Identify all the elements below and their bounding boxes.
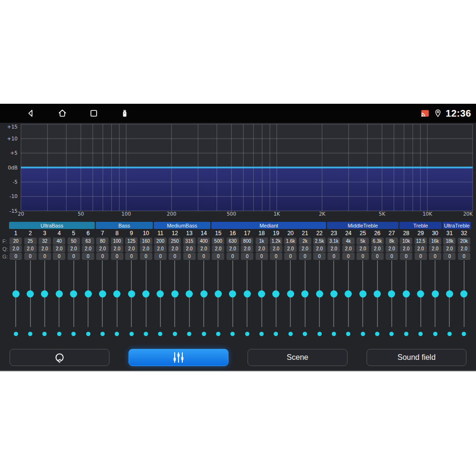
band-indicator-dot bbox=[433, 332, 437, 336]
svg-text:10K: 10K bbox=[423, 211, 433, 216]
band-slider-knob[interactable] bbox=[171, 290, 178, 298]
sound-field-button[interactable]: Sound field bbox=[367, 349, 466, 366]
band-number: 8 bbox=[110, 230, 124, 237]
band-slider-knob[interactable] bbox=[85, 290, 92, 298]
band-slider-knob[interactable] bbox=[432, 290, 439, 298]
band-number: 1 bbox=[9, 230, 23, 237]
band-slider-knob[interactable] bbox=[403, 290, 410, 298]
band-q-value: 2.0 bbox=[154, 245, 167, 252]
band-slider-knob[interactable] bbox=[128, 290, 135, 298]
band-slider bbox=[182, 260, 197, 338]
band-slider-knob[interactable] bbox=[244, 290, 251, 298]
band-f-value: 500 bbox=[212, 238, 224, 245]
back-button[interactable] bbox=[26, 108, 36, 119]
band-slider bbox=[23, 260, 37, 338]
band-slider bbox=[341, 260, 356, 338]
band-g-value: 0 bbox=[357, 253, 369, 260]
scene-button[interactable]: Scene bbox=[248, 349, 347, 366]
band-slider bbox=[95, 260, 109, 338]
band-f-value: 12.5 bbox=[415, 238, 427, 245]
band-slider-knob[interactable] bbox=[142, 290, 149, 298]
band-g-value: 0 bbox=[125, 253, 138, 260]
band-g-value: 0 bbox=[458, 253, 470, 260]
band-slider-knob[interactable] bbox=[157, 290, 164, 298]
band-indicator-dot bbox=[144, 332, 148, 336]
band-slider-knob[interactable] bbox=[330, 290, 337, 298]
band-indicator-dot bbox=[28, 332, 32, 336]
band-indicator-dot bbox=[129, 332, 134, 336]
home-button[interactable] bbox=[57, 108, 68, 119]
band-slider bbox=[428, 260, 442, 338]
band-slider-knob[interactable] bbox=[186, 290, 193, 298]
band-number: 7 bbox=[95, 230, 109, 237]
band-f-value: 125 bbox=[125, 238, 138, 245]
reset-button[interactable] bbox=[10, 349, 109, 366]
band-f-value: 200 bbox=[154, 238, 167, 245]
band-q-value: 2.0 bbox=[53, 245, 65, 252]
band-f-value: 250 bbox=[169, 238, 181, 245]
band-slider-knob[interactable] bbox=[316, 290, 323, 298]
band-slider-knob[interactable] bbox=[388, 290, 395, 298]
band-slider-knob[interactable] bbox=[229, 290, 236, 298]
recents-button[interactable] bbox=[89, 108, 99, 119]
cast-icon bbox=[420, 109, 430, 118]
band-slider-knob[interactable] bbox=[41, 290, 48, 298]
band-slider-knob[interactable] bbox=[272, 290, 279, 298]
svg-text:2K: 2K bbox=[319, 211, 326, 216]
band-slider-knob[interactable] bbox=[200, 290, 208, 298]
band-f-value: 100 bbox=[111, 238, 123, 245]
svg-text:-10: -10 bbox=[10, 193, 18, 199]
eq-response-graph: +15+10+50dB-5-10-1520501002005001K2K5K10… bbox=[0, 123, 476, 216]
band-q-value: 2.0 bbox=[68, 245, 80, 252]
band-f-value: 5k bbox=[357, 238, 369, 245]
svg-text:500: 500 bbox=[227, 211, 236, 216]
band-indicator-dot bbox=[259, 332, 264, 336]
band-slider-knob[interactable] bbox=[27, 290, 34, 298]
svg-text:100: 100 bbox=[121, 211, 131, 216]
equalizer-button[interactable] bbox=[129, 349, 228, 366]
band-q-value: 2.0 bbox=[458, 245, 470, 252]
band-slider bbox=[81, 260, 95, 338]
band-slider-knob[interactable] bbox=[301, 290, 308, 298]
band-slider-knob[interactable] bbox=[374, 290, 381, 298]
band-g-value: 0 bbox=[313, 253, 326, 260]
band-slider bbox=[168, 260, 182, 338]
band-q-value: 2.0 bbox=[10, 245, 22, 252]
band-slider-knob[interactable] bbox=[12, 290, 20, 298]
band-group-bass: Bass bbox=[96, 222, 153, 229]
band-slider bbox=[269, 260, 283, 338]
band-indicator-dot bbox=[375, 332, 379, 336]
band-g-value: 0 bbox=[154, 253, 167, 260]
band-slider bbox=[327, 260, 341, 338]
band-slider-knob[interactable] bbox=[70, 290, 77, 298]
band-slider-knob[interactable] bbox=[359, 290, 367, 298]
band-number: 23 bbox=[327, 230, 341, 237]
band-slider bbox=[414, 260, 428, 338]
band-number: 2 bbox=[23, 230, 37, 237]
equalizer-page: +15+10+50dB-5-10-1520501002005001K2K5K10… bbox=[0, 123, 476, 371]
band-number: 31 bbox=[442, 230, 456, 237]
band-slider-knob[interactable] bbox=[345, 290, 352, 298]
band-slider-knob[interactable] bbox=[460, 290, 467, 298]
band-indicator-dot bbox=[71, 332, 76, 336]
band-slider-knob[interactable] bbox=[446, 290, 453, 298]
q-row-label: Q: bbox=[2, 246, 8, 252]
band-indicator-dot bbox=[57, 332, 61, 336]
band-g-value: 0 bbox=[183, 253, 196, 260]
band-f-value: 16k bbox=[429, 238, 441, 245]
band-slider-knob[interactable] bbox=[215, 290, 222, 298]
band-g-value: 0 bbox=[415, 253, 427, 260]
band-slider-knob[interactable] bbox=[113, 290, 120, 298]
band-f-value: 50 bbox=[68, 238, 80, 245]
band-slider-knob[interactable] bbox=[258, 290, 265, 298]
band-slider bbox=[356, 260, 370, 338]
band-g-value: 0 bbox=[299, 253, 311, 260]
band-slider-knob[interactable] bbox=[99, 290, 106, 298]
band-slider-knob[interactable] bbox=[56, 290, 63, 298]
band-slider-knob[interactable] bbox=[287, 290, 294, 298]
band-q-value: 2.0 bbox=[313, 245, 326, 252]
svg-text:+15: +15 bbox=[7, 124, 18, 129]
band-slider-knob[interactable] bbox=[417, 290, 424, 298]
band-q-value: 2.0 bbox=[270, 245, 282, 252]
band-slider bbox=[9, 260, 23, 338]
